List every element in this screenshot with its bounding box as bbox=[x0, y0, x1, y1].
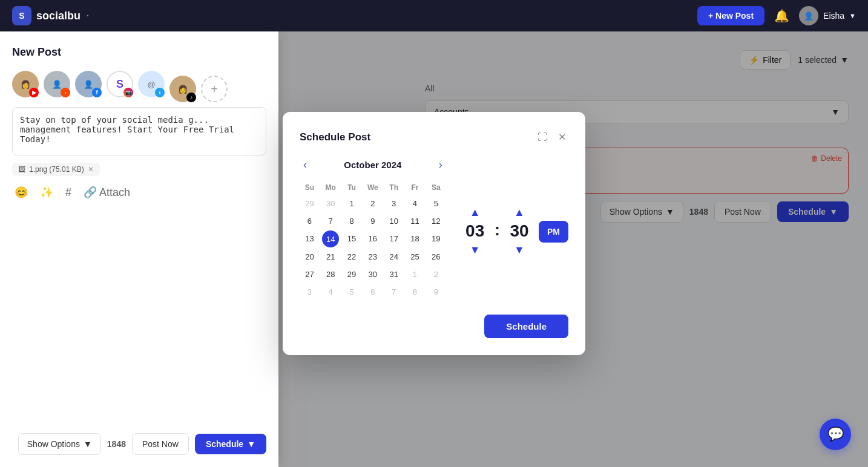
chevron-down-icon: ▼ bbox=[849, 12, 856, 19]
cal-day-11[interactable]: 11 bbox=[405, 213, 425, 229]
hour-up-button[interactable]: ▲ bbox=[470, 207, 481, 218]
cal-day-15[interactable]: 15 bbox=[342, 230, 362, 247]
add-account-button[interactable]: + bbox=[201, 76, 228, 102]
schedule-label-modal: Schedule bbox=[206, 439, 243, 449]
user-menu[interactable]: 👤 Eisha ▼ bbox=[799, 6, 856, 25]
next-month-button[interactable]: › bbox=[435, 157, 446, 172]
user-name: Eisha bbox=[823, 11, 844, 21]
cal-day-24[interactable]: 24 bbox=[384, 249, 404, 265]
cal-day-7[interactable]: 7 bbox=[321, 213, 341, 229]
add-more-row: 👩 ♪ + bbox=[169, 71, 228, 97]
new-post-modal: New Post 👩 ▶ 👤 r 👤 f S 📷 @ t bbox=[0, 31, 278, 467]
modal-bottom-row: Show Options ▼ 1848 Post Now Schedule ▼ bbox=[12, 433, 266, 455]
cal-day-22[interactable]: 22 bbox=[342, 249, 362, 265]
avatar-item-2[interactable]: 👤 r bbox=[44, 71, 70, 97]
cal-day-3-nov[interactable]: 3 bbox=[300, 284, 320, 300]
cal-day-9[interactable]: 9 bbox=[363, 213, 383, 229]
cal-day-21[interactable]: 21 bbox=[321, 249, 341, 265]
calendar-header: ‹ October 2024 › bbox=[300, 157, 446, 172]
day-header-we: We bbox=[363, 181, 383, 194]
cal-day-7-nov[interactable]: 7 bbox=[384, 284, 404, 300]
avatar-item-tiktok[interactable]: 👩 ♪ bbox=[169, 76, 196, 102]
reddit-badge: r bbox=[61, 88, 70, 97]
cal-day-31[interactable]: 31 bbox=[384, 266, 404, 282]
cal-day-26[interactable]: 26 bbox=[426, 249, 446, 265]
schedule-modal-header: Schedule Post ⛶ ✕ bbox=[300, 129, 568, 145]
time-separator: : bbox=[495, 220, 500, 242]
prev-month-button[interactable]: ‹ bbox=[300, 157, 311, 172]
post-now-button-modal[interactable]: Post Now bbox=[132, 433, 189, 455]
post-textarea[interactable]: Stay on top of your social media g... ma… bbox=[12, 107, 266, 155]
day-header-fr: Fr bbox=[405, 181, 425, 194]
cal-day-2-nov[interactable]: 2 bbox=[426, 266, 446, 282]
expand-modal-button[interactable]: ⛶ bbox=[535, 129, 550, 145]
cal-day-30[interactable]: 30 bbox=[363, 266, 383, 282]
bell-icon[interactable]: 🔔 bbox=[774, 8, 789, 23]
cal-day-4[interactable]: 4 bbox=[405, 195, 425, 212]
app-name: socialbu bbox=[36, 10, 81, 22]
avatar-item-3[interactable]: 👤 f bbox=[75, 71, 102, 97]
hour-col: ▲ 03 ▼ bbox=[461, 207, 490, 255]
minute-up-button[interactable]: ▲ bbox=[514, 207, 525, 218]
attach-button[interactable]: 🔗 Attach bbox=[81, 183, 133, 201]
new-post-button[interactable]: + New Post bbox=[697, 6, 764, 25]
schedule-modal-footer: Schedule bbox=[300, 315, 568, 338]
avatar-item-1[interactable]: 👩 ▶ bbox=[12, 71, 39, 97]
emoji-button[interactable]: 😊 bbox=[12, 183, 30, 201]
cal-day-4-nov[interactable]: 4 bbox=[321, 284, 341, 300]
hour-value: 03 bbox=[461, 221, 490, 241]
cal-day-10[interactable]: 10 bbox=[384, 213, 404, 229]
cal-day-6-nov[interactable]: 6 bbox=[363, 284, 383, 300]
cal-day-9-nov[interactable]: 9 bbox=[426, 284, 446, 300]
minute-col: ▲ 30 ▼ bbox=[505, 207, 534, 255]
hashtag-button[interactable]: # bbox=[63, 184, 74, 201]
day-header-mo: Mo bbox=[321, 181, 341, 194]
cal-day-25[interactable]: 25 bbox=[405, 249, 425, 265]
cal-day-17[interactable]: 17 bbox=[384, 230, 404, 247]
remove-attachment-icon[interactable]: ✕ bbox=[88, 165, 94, 174]
day-header-tu: Tu bbox=[342, 181, 362, 194]
cal-day-19[interactable]: 19 bbox=[426, 230, 446, 247]
cal-day-1[interactable]: 1 bbox=[342, 195, 362, 212]
schedule-modal-title: Schedule Post bbox=[300, 131, 370, 143]
show-options-button-modal[interactable]: Show Options ▼ bbox=[18, 433, 101, 455]
cal-day-8[interactable]: 8 bbox=[342, 213, 362, 229]
cal-day-14-selected[interactable]: 14 bbox=[322, 230, 339, 247]
youtube-badge-1: ▶ bbox=[29, 88, 39, 97]
cal-day-13[interactable]: 13 bbox=[300, 230, 320, 247]
schedule-confirm-button[interactable]: Schedule bbox=[484, 315, 568, 338]
close-modal-button[interactable]: ✕ bbox=[556, 129, 568, 145]
cal-day-1-nov[interactable]: 1 bbox=[405, 266, 425, 282]
cal-day-5-nov[interactable]: 5 bbox=[342, 284, 362, 300]
instagram-badge: 📷 bbox=[123, 88, 133, 97]
day-header-su: Su bbox=[300, 181, 320, 194]
avatar-item-5[interactable]: @ t bbox=[138, 71, 165, 97]
cal-day-5[interactable]: 5 bbox=[426, 195, 446, 212]
avatar: 👤 bbox=[799, 6, 818, 25]
cal-day-8-nov[interactable]: 8 bbox=[405, 284, 425, 300]
cal-day-23[interactable]: 23 bbox=[363, 249, 383, 265]
schedule-main-button-modal[interactable]: Schedule ▼ bbox=[195, 434, 266, 454]
cal-day-20[interactable]: 20 bbox=[300, 249, 320, 265]
attachment-badge: 🖼 1.png (75.01 KB) ✕ bbox=[12, 163, 100, 176]
schedule-post-modal: Schedule Post ⛶ ✕ ‹ October 2024 › Su Mo… bbox=[283, 112, 585, 355]
hour-down-button[interactable]: ▼ bbox=[470, 244, 481, 255]
cal-day-2[interactable]: 2 bbox=[363, 195, 383, 212]
cal-day-3[interactable]: 3 bbox=[384, 195, 404, 212]
minute-down-button[interactable]: ▼ bbox=[514, 244, 525, 255]
cal-day-18[interactable]: 18 bbox=[405, 230, 425, 247]
ampm-button[interactable]: PM bbox=[539, 221, 568, 243]
time-picker: ▲ 03 ▼ : ▲ 30 ▼ PM bbox=[461, 162, 568, 300]
cal-day-27[interactable]: 27 bbox=[300, 266, 320, 282]
chat-button[interactable]: 💬 bbox=[820, 419, 851, 450]
cal-day-29-sep[interactable]: 29 bbox=[300, 195, 320, 212]
cal-day-12[interactable]: 12 bbox=[426, 213, 446, 229]
cal-day-29[interactable]: 29 bbox=[342, 266, 362, 282]
tiktok-badge: ♪ bbox=[186, 93, 196, 102]
avatar-item-4[interactable]: S 📷 bbox=[107, 71, 133, 97]
cal-day-28[interactable]: 28 bbox=[321, 266, 341, 282]
cal-day-16[interactable]: 16 bbox=[363, 230, 383, 247]
cal-day-6[interactable]: 6 bbox=[300, 213, 320, 229]
ai-button[interactable]: ✨ bbox=[38, 183, 56, 201]
cal-day-30-sep[interactable]: 30 bbox=[321, 195, 341, 212]
